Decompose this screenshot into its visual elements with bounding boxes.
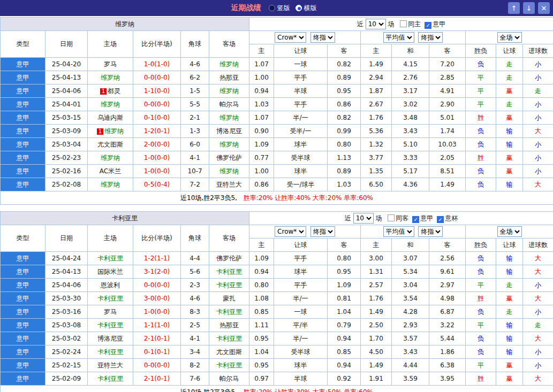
col-euro-home: 主: [361, 44, 392, 58]
filter-checkbox-group: 同客✓意甲✓意杯: [384, 214, 458, 222]
euro-draw-odds-cell: 3.59: [392, 372, 429, 386]
col-euro-home: 主: [361, 239, 392, 252]
result-handicap-cell: 赢: [496, 165, 523, 178]
away-team-cell: 维罗纳: [209, 84, 249, 98]
col-euro-away: 客: [429, 239, 466, 252]
result-wdl-cell: 平: [466, 359, 496, 372]
col-score: 比分(半场): [133, 225, 181, 252]
away-team-cell: 卡利亚里: [209, 332, 249, 345]
layout-radio-unselected[interactable]: [269, 5, 275, 11]
col-asian-home: 主: [249, 239, 274, 252]
result-goals-cell: 大: [523, 125, 553, 138]
asian-away-odds-cell: 1.13: [328, 151, 361, 165]
corner-cell: 7-6: [181, 372, 209, 386]
score-cell: 3-0(0-0): [133, 292, 181, 305]
match-count-select[interactable]: 10: [366, 19, 386, 29]
asian-home-odds-cell: 1.00: [249, 71, 274, 84]
asian-handicap-cell: 平手: [274, 98, 328, 111]
average-select[interactable]: 平均值: [383, 32, 414, 43]
euro-home-odds-cell: 1.91: [361, 372, 392, 386]
euro-home-odds-cell: 2.50: [361, 319, 392, 332]
asian-away-odds-cell: 0.80: [328, 138, 361, 151]
asian-away-odds-cell: 0.82: [328, 58, 361, 71]
result-wdl-cell: 胜: [466, 151, 496, 165]
league-cell: 意甲: [1, 165, 46, 178]
home-team-cell: 维罗纳: [88, 178, 133, 191]
result-wdl-cell: 负: [466, 165, 496, 178]
euro-home-odds-cell: 1.70: [361, 332, 392, 345]
home-team-name: 卡利亚里: [97, 348, 123, 356]
date-cell: 25-03-16: [46, 305, 88, 319]
home-team-name: 亚特兰大: [97, 362, 123, 369]
filter-checkbox-unchecked[interactable]: [388, 214, 395, 221]
home-team-cell: 卡利亚里: [88, 252, 133, 265]
scroll-up-button[interactable]: ↑: [508, 2, 520, 14]
score-cell: 1-0(0-0): [133, 305, 181, 319]
asian-home-odds-cell: 0.95: [249, 332, 274, 345]
corner-cell: 8-2: [181, 359, 209, 372]
match-count-select[interactable]: 10: [353, 213, 374, 224]
euro-home-odds-cell: 2.94: [361, 71, 392, 84]
filter-checkbox-checked[interactable]: ✓: [425, 22, 431, 29]
league-cell: 意甲: [1, 265, 46, 279]
date-cell: 25-04-13: [46, 71, 88, 84]
col-type: 类型: [1, 31, 46, 58]
result-goals-cell: 大: [523, 265, 553, 279]
euro-draw-odds-cell: 5.34: [392, 265, 429, 279]
recent-matches-table-verona: 维罗纳 近 10 场 同主✓意甲 类型 日期 主场 比分(半场) 角球 客场 C…: [0, 17, 553, 205]
result-wdl-cell: 负: [466, 178, 496, 191]
filter-checkbox-checked[interactable]: ✓: [437, 216, 444, 223]
away-team-cell: 博洛尼亚: [209, 125, 249, 138]
asian-away-odds-cell: 1.03: [328, 178, 361, 191]
league-cell: 意甲: [1, 111, 46, 125]
bookmaker-select[interactable]: Crow*: [275, 226, 306, 237]
bookmaker-select[interactable]: Crow*: [275, 32, 306, 43]
home-team-cell: 维罗纳: [88, 98, 133, 111]
scope-select[interactable]: 全场: [497, 226, 522, 237]
avg-stage-select[interactable]: 终指: [418, 226, 443, 237]
asian-handicap-cell: 平手: [274, 71, 328, 84]
filter-checkbox-checked[interactable]: ✓: [412, 216, 419, 223]
euro-odds-selects: 平均值 终指: [361, 225, 466, 239]
league-cell: 意甲: [1, 292, 46, 305]
close-button[interactable]: ✕: [538, 2, 550, 14]
average-select[interactable]: 平均值: [383, 226, 414, 237]
result-wdl-cell: 负: [466, 305, 496, 319]
layout-radio-selected[interactable]: [296, 5, 302, 11]
away-team-cell: 蒙扎: [209, 292, 249, 305]
col-result-wdl: 胜负: [466, 239, 496, 252]
result-goals-cell: 小: [523, 98, 553, 111]
date-cell: 25-02-08: [46, 178, 88, 191]
away-team-cell: 维罗纳: [209, 165, 249, 178]
match-row: 意甲25-04-061都灵1-1(0-0)1-5维罗纳0.94半球0.951.8…: [1, 84, 553, 98]
result-wdl-cell: 胜: [466, 111, 496, 125]
euro-odds-selects: 平均值 终指: [361, 31, 466, 44]
scroll-down-button[interactable]: ↓: [523, 2, 535, 14]
asian-home-odds-cell: 0.80: [249, 279, 274, 292]
asian-home-odds-cell: 0.94: [249, 265, 274, 279]
corner-cell: 2-1: [181, 111, 209, 125]
score-cell: 2-0(0-0): [133, 138, 181, 151]
near-label: 近: [345, 214, 351, 222]
result-handicap-cell: 赢: [496, 359, 523, 372]
result-handicap-cell: 走: [496, 305, 523, 319]
away-team-cell: 亚特兰大: [209, 178, 249, 191]
result-wdl-cell: 负: [466, 265, 496, 279]
col-euro-draw: 和: [392, 44, 429, 58]
asian-handicap-cell: 球半: [274, 359, 328, 372]
team-name: 维罗纳: [1, 18, 249, 31]
euro-home-odds-cell: 4.50: [361, 345, 392, 359]
odds-stage-select[interactable]: 终指: [310, 32, 335, 43]
filter-checkbox-unchecked[interactable]: [400, 20, 407, 27]
euro-away-odds-cell: 6.38: [429, 359, 466, 372]
avg-stage-select[interactable]: 终指: [418, 32, 443, 43]
result-goals-cell: 小: [523, 359, 553, 372]
odds-stage-select[interactable]: 终指: [310, 226, 335, 237]
scope-select[interactable]: 全场: [497, 32, 522, 43]
match-row: 意甲25-02-16AC米兰1-0(0-0)10-7维罗纳1.00球半0.891…: [1, 165, 553, 178]
asian-home-odds-cell: 1.09: [249, 252, 274, 265]
result-wdl-cell: 平: [466, 98, 496, 111]
asian-home-odds-cell: 1.08: [249, 292, 274, 305]
col-euro-away: 客: [429, 44, 466, 58]
asian-home-odds-cell: 0.90: [249, 125, 274, 138]
